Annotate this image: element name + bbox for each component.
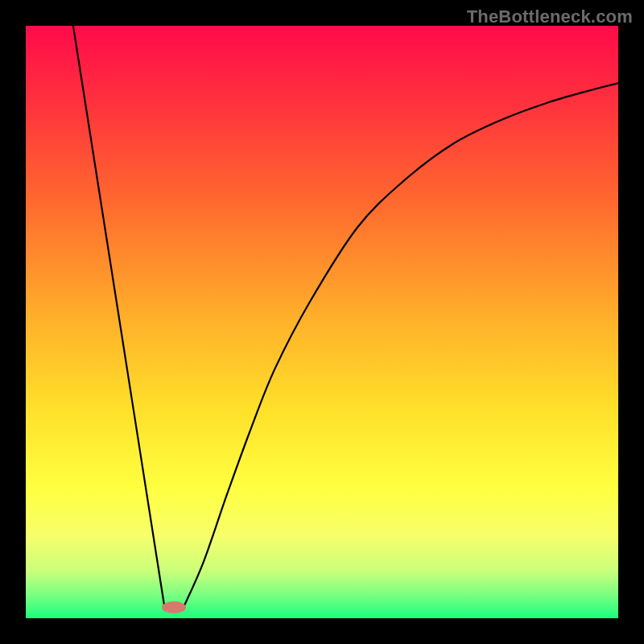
gradient-background [26,26,618,618]
outer-frame: TheBottleneck.com [0,0,644,644]
chart-canvas [26,26,618,618]
optimal-marker [162,601,185,613]
watermark-text: TheBottleneck.com [467,6,633,27]
plot-area [26,26,618,618]
